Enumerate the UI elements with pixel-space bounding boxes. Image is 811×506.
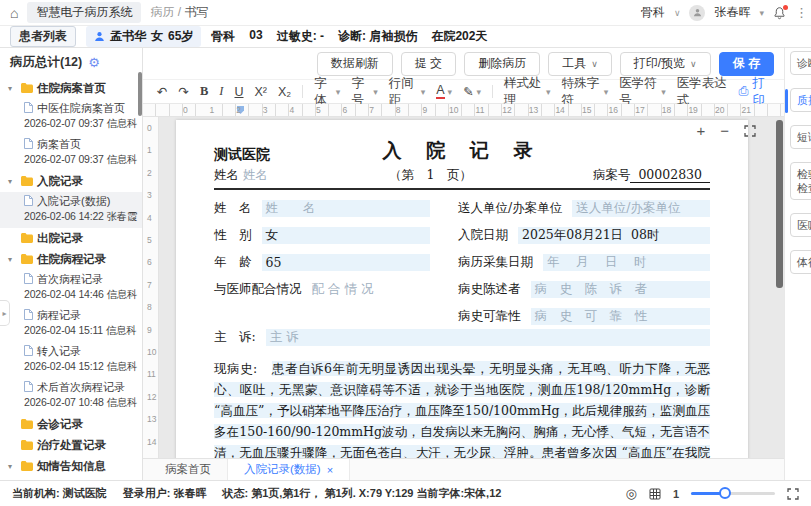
tree-doc-item[interactable]: 病程记录 <box>0 306 142 324</box>
doc-label: 中医住院病案首页 <box>37 101 125 116</box>
ruler-tick: 21 <box>742 105 751 115</box>
right-panel-tab[interactable]: 医嘱 <box>790 213 811 237</box>
sidebar-scrollbar[interactable] <box>138 72 142 116</box>
zoom-out-icon[interactable]: − <box>720 123 729 138</box>
dept-select[interactable]: 骨科 <box>641 4 665 21</box>
doc-label: 首次病程记录 <box>37 272 103 287</box>
underline-icon[interactable]: U <box>234 85 243 99</box>
ruler-tick: 17 <box>635 105 644 115</box>
gender-field[interactable]: 女 <box>262 227 431 244</box>
right-panel-tab[interactable]: 短语 <box>790 125 811 149</box>
redo-icon[interactable]: ↷ <box>178 84 188 99</box>
doc-name-label: 姓名 <box>214 167 239 184</box>
document-page[interactable]: 测试医院 入 院 记 录 姓名 姓名 （第 1 页） 病案号 00002830 … <box>176 120 748 458</box>
fullscreen-icon[interactable] <box>787 488 799 500</box>
undo-icon[interactable]: ↶ <box>157 84 167 99</box>
ruler-tick: 0 <box>147 123 152 133</box>
notification-dot <box>783 5 788 10</box>
system-name-chip[interactable]: 智慧电子病历系统 <box>27 2 141 23</box>
present-illness[interactable]: 现病史: 患者自诉6年前无明显诱因出现头晕，无明显头痛，无耳鸣、听力下降，无恶心… <box>214 358 710 458</box>
gear-icon[interactable]: ⚙ <box>88 55 100 70</box>
tree-folder[interactable]: 治疗处置记录 <box>0 435 142 456</box>
field-label: 病史可靠性 <box>458 308 521 325</box>
tree-doc-item[interactable]: 入院记录(数据) <box>0 192 142 210</box>
chief-complaint-field[interactable]: 主 诉 <box>266 329 710 346</box>
home-icon[interactable]: ⌂ <box>10 6 18 20</box>
subscript-icon[interactable]: X₂ <box>278 85 291 99</box>
editor-scrollbar[interactable] <box>776 120 783 288</box>
zoom-slider[interactable] <box>691 492 775 495</box>
panel-collapse-handle[interactable]: ▸ <box>0 300 10 326</box>
folder-icon <box>21 254 33 266</box>
italic-icon[interactable]: I <box>219 84 223 99</box>
font-color-dropdown[interactable]: A▾ <box>436 84 452 100</box>
submit-button[interactable]: 提 交 <box>401 52 456 76</box>
bold-icon[interactable]: B <box>200 84 208 99</box>
format-toolbar: ↶ ↷ B I U X² X₂ 字体▾ 字号▾ 行间距▾ A▾ ✎▾ 样式处理▾… <box>143 80 784 104</box>
ruler-tick: 1 <box>147 145 152 155</box>
right-panel-tab[interactable]: 诊断 <box>790 51 811 75</box>
doc-page-number: （第 1 页） <box>268 167 593 184</box>
patient-chip[interactable]: 孟书华 女 65岁 <box>86 26 201 47</box>
ruler-tick: 2 <box>147 168 152 178</box>
user-icon <box>693 8 702 17</box>
vertical-ruler: 0123456789101112131415 <box>143 117 159 458</box>
more-menu-icon[interactable]: ⋮ <box>795 5 808 20</box>
right-panel-tab[interactable]: 检验 检查 <box>790 162 811 200</box>
doc-record-no[interactable]: 00002830 <box>630 167 710 183</box>
name-field[interactable]: 姓 名 <box>262 200 431 217</box>
zoom-slider-thumb[interactable] <box>719 487 731 499</box>
avatar[interactable] <box>689 5 705 21</box>
patient-list-button[interactable]: 患者列表 <box>10 26 76 47</box>
tree-folder[interactable]: ▾入院记录 <box>0 171 142 192</box>
notification-bell-icon[interactable] <box>773 6 786 20</box>
ruler-tick: 10 <box>449 105 458 115</box>
highlight-dropdown[interactable]: ✎▾ <box>463 84 481 99</box>
caret-down-icon: ▾ <box>421 87 426 97</box>
data-refresh-button[interactable]: 数据刷新 <box>317 52 393 76</box>
user-menu[interactable]: 张春晖 <box>714 4 750 21</box>
tree-doc-item[interactable]: 术后首次病程记录 <box>0 378 142 396</box>
toolbar-divider <box>302 85 303 98</box>
right-panel-tab[interactable]: 质控 <box>790 88 811 112</box>
print-preview-dropdown[interactable]: 打印/预览∨ <box>620 52 711 76</box>
age-field[interactable]: 65 <box>262 254 431 271</box>
tree-doc-item[interactable]: 中医住院病案首页 <box>0 99 142 117</box>
reliability-field[interactable]: 病 史 可 靠 性 <box>531 308 711 325</box>
content-area: 病历总计(12) ⚙ ▾住院病案首页中医住院病案首页2026-02-07 09:… <box>0 48 811 480</box>
tree-folder[interactable]: ▾知情告知信息 <box>0 456 142 477</box>
close-icon[interactable]: × <box>327 464 333 476</box>
tree-doc-item[interactable]: 首次病程记录 <box>0 270 142 288</box>
editor-tab[interactable]: 入院记录(数据)× <box>227 459 350 480</box>
send-unit-field[interactable]: 送人单位/办案单位 <box>572 200 710 217</box>
present-illness-text[interactable]: 患者自诉6年前无明显诱因出现头晕，无明显头痛，无耳鸣、听力下降，无恶心、呕吐，无… <box>214 361 710 458</box>
ruler-tick: 16 <box>609 105 618 115</box>
breadcrumb-module[interactable]: 病历 <box>150 5 174 19</box>
ruler-tick: 12 <box>502 105 511 115</box>
save-button[interactable]: 保 存 <box>719 52 774 76</box>
tree-folder[interactable]: 出院记录 <box>0 228 142 249</box>
doc-name-value[interactable]: 姓名 <box>243 167 268 184</box>
delete-record-button[interactable]: 删除病历 <box>464 52 540 76</box>
tree-folder[interactable]: ▾住院病程记录 <box>0 249 142 270</box>
tree-doc-item[interactable]: 病案首页 <box>0 135 142 153</box>
tree-folder[interactable]: ▾住院病案首页 <box>0 78 142 99</box>
fit-screen-icon[interactable] <box>744 125 756 137</box>
superscript-icon[interactable]: X² <box>255 85 268 99</box>
caret-down-icon: ▾ <box>477 87 482 97</box>
page-layout-icon[interactable] <box>649 488 661 500</box>
status-state: 状态: 第1页,第1行， 第1列. X:79 Y:129 当前字体:宋体,12 <box>222 486 501 501</box>
collect-date-field[interactable]: 年 月 日 时 <box>543 254 710 271</box>
cooperation-field[interactable]: 配 合 情 况 <box>312 281 431 298</box>
admission-date-field[interactable]: 2025年08月21日 08时 <box>518 227 710 244</box>
eye-protect-icon[interactable]: ◎ <box>626 486 637 501</box>
tools-dropdown[interactable]: 工具∨ <box>548 52 612 76</box>
narrator-field[interactable]: 病 史 陈 诉 者 <box>531 281 711 298</box>
editor-tab[interactable]: 病案首页 <box>149 459 227 480</box>
folder-icon <box>21 419 33 431</box>
tree-folder[interactable]: 会诊记录 <box>0 414 142 435</box>
tree-doc-item[interactable]: 转入记录 <box>0 342 142 360</box>
ruler-tick: 6 <box>343 105 348 115</box>
right-panel-tab[interactable]: 体征 <box>790 250 811 274</box>
zoom-in-icon[interactable]: + <box>696 123 705 138</box>
